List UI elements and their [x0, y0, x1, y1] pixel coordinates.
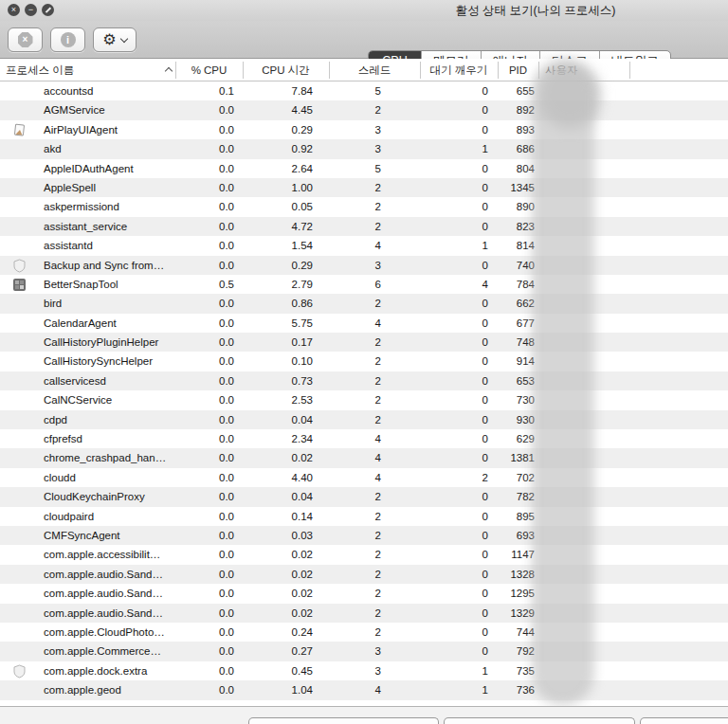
- close-button[interactable]: ×: [8, 4, 20, 16]
- pid-value: 804: [473, 159, 535, 178]
- table-row[interactable]: assistantd 0.0 1.54 4 1 814: [0, 236, 728, 255]
- process-name: com.apple.accessibilit…: [44, 545, 160, 564]
- thread-count: 2: [318, 565, 381, 584]
- cpu-time: 2.64: [237, 159, 313, 178]
- actions-menu-button[interactable]: ⚙: [93, 27, 136, 52]
- column-header-cpu-time[interactable]: CPU 시간: [243, 59, 329, 81]
- cpu-percent: 0.0: [171, 256, 234, 275]
- table-row[interactable]: com.apple.audio.Sand… 0.0 0.02 2 0 1329: [0, 604, 728, 623]
- column-header-cpu[interactable]: % CPU: [175, 59, 243, 81]
- toolbar: × i ⚙ CPU 메모리 에너지 디스크 네트워크: [0, 21, 728, 59]
- thread-count: 5: [318, 159, 381, 178]
- cpu-time: 0.10: [237, 352, 313, 371]
- table-row[interactable]: com.apple.audio.Sand… 0.0 0.02 2 0 1295: [0, 584, 728, 603]
- shield-icon: [12, 259, 27, 273]
- process-name: cdpd: [44, 410, 67, 429]
- table-row[interactable]: CloudKeychainProxy 0.0 0.04 2 0 782: [0, 487, 728, 506]
- table-row[interactable]: com.apple.geod 0.0 1.04 4 1 736: [0, 680, 728, 699]
- pid-value: 893: [473, 120, 535, 139]
- table-row[interactable]: cfprefsd 0.0 2.34 4 0 629: [0, 429, 728, 448]
- table-row[interactable]: cdpd 0.0 0.04 2 0 930: [0, 410, 728, 429]
- thread-count: 2: [318, 217, 381, 236]
- pid-value: 890: [473, 197, 535, 216]
- titlebar: × − 활성 상태 보기(나의 프로세스): [0, 0, 728, 21]
- table-row[interactable]: bird 0.0 0.86 2 0 662: [0, 294, 728, 313]
- table-row[interactable]: com.apple.audio.Sand… 0.0 0.02 2 0 1328: [0, 565, 728, 584]
- stats-box-right: [640, 717, 728, 724]
- cpu-percent: 0.0: [171, 410, 234, 429]
- column-header-idle-wakeups[interactable]: 대기 깨우기: [420, 59, 498, 81]
- thread-count: 2: [318, 604, 381, 623]
- thread-count: 2: [318, 294, 381, 313]
- table-row[interactable]: CalNCService 0.0 2.53 2 0 730: [0, 390, 728, 409]
- table-row[interactable]: com.apple.accessibilit… 0.0 0.02 2 0 114…: [0, 545, 728, 564]
- header-divider: [498, 62, 499, 79]
- cpu-time: 1.04: [237, 680, 313, 699]
- table-row[interactable]: CallHistorySyncHelper 0.0 0.10 2 0 914: [0, 352, 728, 371]
- table-row[interactable]: CallHistoryPluginHelper 0.0 0.17 2 0 748: [0, 333, 728, 352]
- pid-value: 1381: [473, 448, 535, 467]
- table-row[interactable]: AirPlayUIAgent 0.0 0.29 3 0 893: [0, 120, 728, 139]
- thread-count: 2: [318, 197, 381, 216]
- cpu-time: 0.73: [237, 371, 313, 390]
- table-row[interactable]: com.apple.Commerce… 0.0 0.27 3 0 792: [0, 642, 728, 661]
- thread-count: 2: [318, 487, 381, 506]
- table-row[interactable]: askpermissiond 0.0 0.05 2 0 890: [0, 197, 728, 216]
- process-name: CMFSyncAgent: [44, 526, 120, 545]
- thread-count: 2: [318, 410, 381, 429]
- thread-count: 4: [318, 314, 381, 333]
- thread-count: 4: [318, 468, 381, 487]
- pid-value: 662: [473, 294, 535, 313]
- cpu-time: 0.02: [237, 448, 313, 467]
- table-row[interactable]: AppleSpell 0.0 1.00 2 0 1345: [0, 178, 728, 197]
- pid-value: 702: [473, 468, 535, 487]
- cpu-percent: 0.0: [171, 642, 234, 661]
- cpu-time: 2.34: [237, 429, 313, 448]
- pid-value: 1328: [473, 565, 535, 584]
- table-row[interactable]: BetterSnapTool 0.5 2.79 6 4 784: [0, 275, 728, 294]
- cpu-time: 7.84: [237, 81, 313, 100]
- inspect-process-button[interactable]: i: [50, 27, 85, 52]
- table-row[interactable]: chrome_crashpad_han… 0.0 0.02 4 0 1381: [0, 448, 728, 467]
- table-row[interactable]: com.apple.dock.extra 0.0 0.45 3 1 735: [0, 661, 728, 680]
- cpu-time: 0.02: [237, 565, 313, 584]
- header-divider: [629, 62, 630, 79]
- table-row[interactable]: akd 0.0 0.92 3 1 686: [0, 139, 728, 158]
- cpu-percent: 0.0: [171, 565, 234, 584]
- column-header-process-name[interactable]: 프로세스 이름: [6, 59, 74, 81]
- pid-value: 748: [473, 333, 535, 352]
- process-name: AppleSpell: [44, 178, 96, 197]
- table-row[interactable]: Backup and Sync from… 0.0 0.29 3 0 740: [0, 256, 728, 275]
- table-row[interactable]: accountsd 0.1 7.84 5 0 655: [0, 81, 728, 100]
- table-row[interactable]: CMFSyncAgent 0.0 0.03 2 0 693: [0, 526, 728, 545]
- column-header-pid[interactable]: PID: [498, 59, 538, 81]
- redacted-user-column: [532, 61, 594, 705]
- zoom-button[interactable]: [42, 4, 54, 16]
- table-row[interactable]: AppleIDAuthAgent 0.0 2.64 5 0 804: [0, 159, 728, 178]
- grid-icon: [12, 278, 27, 292]
- table-row[interactable]: cloudpaird 0.0 0.14 2 0 895: [0, 507, 728, 526]
- table-row[interactable]: AGMService 0.0 4.45 2 0 892: [0, 100, 728, 119]
- table-row[interactable]: CalendarAgent 0.0 5.75 4 0 677: [0, 314, 728, 333]
- process-name: com.apple.CloudPhoto…: [44, 623, 165, 642]
- quit-process-button[interactable]: ×: [8, 27, 43, 52]
- table-row[interactable]: cloudd 0.0 4.40 4 2 702: [0, 468, 728, 487]
- process-table-body: accountsd 0.1 7.84 5 0 655 AGMService 0.…: [0, 81, 728, 706]
- pid-value: 655: [473, 81, 535, 100]
- cpu-percent: 0.0: [171, 333, 234, 352]
- column-header-threads[interactable]: 스레드: [329, 59, 420, 81]
- pid-value: 735: [473, 661, 535, 680]
- minimize-button[interactable]: −: [25, 4, 37, 16]
- cpu-time: 0.29: [237, 256, 313, 275]
- pid-value: 744: [473, 623, 535, 642]
- cpu-percent: 0.0: [171, 217, 234, 236]
- table-row[interactable]: assistant_service 0.0 4.72 2 0 823: [0, 217, 728, 236]
- cpu-time: 0.92: [237, 139, 313, 158]
- cpu-percent: 0.0: [171, 390, 234, 409]
- shield-icon: [12, 664, 27, 679]
- table-row[interactable]: com.apple.CloudPhoto… 0.0 0.24 2 0 744: [0, 623, 728, 642]
- process-name: com.apple.dock.extra: [44, 661, 147, 680]
- cpu-percent: 0.0: [171, 197, 234, 216]
- thread-count: 5: [318, 81, 381, 100]
- table-row[interactable]: callservicesd 0.0 0.73 2 0 653: [0, 371, 728, 390]
